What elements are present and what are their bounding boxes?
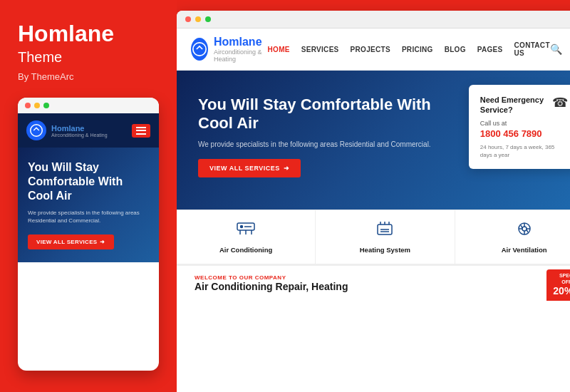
desktop-logo-start: Hom	[214, 36, 239, 48]
svg-point-15	[522, 227, 527, 231]
mobile-logo-name-start: Hom	[51, 124, 68, 133]
desktop-nav: Homlane Airconditioning & Heating HOME S…	[177, 29, 570, 71]
ac-icon	[184, 220, 308, 242]
mobile-mockup: Homlane Airconditioning & Heating You Wi…	[18, 98, 159, 371]
mobile-cta-button[interactable]: VIEW ALL SERVICES ➜	[28, 234, 114, 249]
hamburger-line-3	[136, 133, 146, 135]
emergency-title: Need Emergency Service?	[480, 95, 546, 115]
brand-by: By ThemeArc	[18, 71, 159, 82]
svg-point-0	[31, 125, 43, 137]
desktop-logo-icon	[191, 38, 208, 61]
service-item-heating[interactable]: Heating System	[316, 210, 455, 264]
hamburger-line-2	[136, 130, 146, 131]
welcome-label: WELCOME TO OUR COMPANY	[195, 274, 570, 281]
service-name-ac: Air Conditioning	[184, 246, 308, 254]
desktop-cta-button[interactable]: VIEW ALL SERVICES ➜	[198, 159, 301, 177]
emergency-card: Need Emergency Service? ☎ Call us at 180…	[469, 85, 570, 169]
heating-icon	[323, 220, 447, 242]
ventilation-icon	[462, 220, 570, 242]
left-panel: Homlane Theme By ThemeArc Homlane	[0, 0, 177, 392]
desktop-hero-desc: We provide specialists in the following …	[198, 140, 469, 148]
mobile-logo-name: Homlane	[51, 124, 108, 133]
desktop-hero: You Will Stay Comfortable With Cool Air …	[177, 71, 570, 210]
service-item-ac[interactable]: Air Conditioning	[177, 210, 316, 264]
nav-projects[interactable]: PROJECTS	[351, 46, 390, 53]
search-icon[interactable]: 🔍	[550, 43, 562, 55]
mobile-nav: Homlane Airconditioning & Heating	[18, 113, 159, 148]
close-dot	[25, 103, 31, 108]
mobile-hero-desc: We provide specialists in the following …	[28, 209, 149, 225]
emergency-phone-number: 1800 456 7890	[480, 128, 568, 139]
service-name-ventilation: Air Ventilation	[462, 246, 570, 254]
nav-services[interactable]: SERVICES	[301, 46, 339, 53]
desktop-cta-arrow-icon: ➜	[284, 165, 290, 172]
desktop-top-bar	[177, 11, 570, 29]
emergency-call-label: Call us at	[480, 120, 568, 127]
desktop-maximize-dot	[205, 16, 211, 22]
brand-title: Homlane	[18, 21, 159, 46]
desktop-nav-links: HOME SERVICES PROJECTS PRICING BLOG PAGE…	[268, 41, 550, 57]
nav-blog[interactable]: BLOG	[445, 46, 466, 53]
nav-pages[interactable]: PAGES	[477, 46, 503, 53]
minimize-dot	[34, 103, 40, 108]
services-strip: Air Conditioning Heating System	[177, 210, 570, 264]
special-offer-text2: OFFER	[553, 279, 570, 285]
welcome-title: Air Conditioning Repair, Heating	[195, 281, 570, 292]
nav-pricing[interactable]: PRICING	[402, 46, 433, 53]
mobile-hamburger-icon[interactable]	[132, 124, 150, 138]
desktop-hero-title: You Will Stay Comfortable With Cool Air	[198, 96, 447, 133]
hamburger-line-1	[136, 127, 146, 128]
mobile-hero: You Will Stay Comfortable With Cool Air …	[18, 148, 159, 262]
special-offer-percent: 20% Of	[553, 285, 570, 297]
nav-contact[interactable]: CONTACT US	[514, 41, 550, 57]
emergency-phone-icon: ☎	[552, 95, 568, 110]
desktop-minimize-dot	[195, 16, 201, 22]
desktop-nav-icons: 🔍 ☰	[550, 43, 570, 56]
welcome-section: WELCOME TO OUR COMPANY Air Conditioning …	[177, 264, 570, 301]
desktop-logo-name: Homlane	[214, 36, 268, 48]
service-name-heating: Heating System	[323, 246, 447, 254]
special-offer-text: SPECIAL	[553, 273, 570, 279]
desktop-mockup: Homlane Airconditioning & Heating HOME S…	[177, 11, 570, 392]
brand-subtitle: Theme	[18, 49, 159, 66]
mobile-logo-sub: Airconditioning & Heating	[51, 133, 108, 138]
desktop-logo-text: Homlane Airconditioning & Heating	[214, 36, 268, 63]
desktop-close-dot	[185, 16, 191, 22]
mobile-logo: Homlane Airconditioning & Heating	[26, 120, 108, 140]
desktop-logo: Homlane Airconditioning & Heating	[191, 36, 268, 63]
desktop-logo-sub: Airconditioning & Heating	[214, 48, 268, 63]
desktop-logo-end: lane	[239, 36, 262, 48]
mobile-logo-text: Homlane Airconditioning & Heating	[51, 124, 108, 138]
emergency-hours: 24 hours, 7 days a week, 365 days a year	[480, 143, 568, 159]
mobile-logo-name-end: lane	[68, 124, 84, 133]
mobile-logo-icon	[26, 120, 46, 140]
service-item-ventilation[interactable]: Air Ventilation	[455, 210, 570, 264]
svg-point-1	[193, 43, 206, 56]
special-offer-badge: SPECIAL OFFER 20% Of	[546, 269, 570, 301]
mobile-cta-label: VIEW ALL SERVICES	[36, 239, 97, 245]
nav-home[interactable]: HOME	[268, 46, 290, 53]
maximize-dot	[43, 103, 49, 108]
svg-point-6	[241, 226, 243, 228]
mobile-cta-arrow-icon: ➜	[100, 239, 105, 245]
desktop-cta-label: VIEW ALL SERVICES	[209, 165, 280, 172]
right-panel: Homlane Airconditioning & Heating HOME S…	[177, 0, 570, 392]
mobile-top-bar	[18, 98, 159, 113]
mobile-hero-title: You Will Stay Comfortable With Cool Air	[28, 160, 149, 203]
